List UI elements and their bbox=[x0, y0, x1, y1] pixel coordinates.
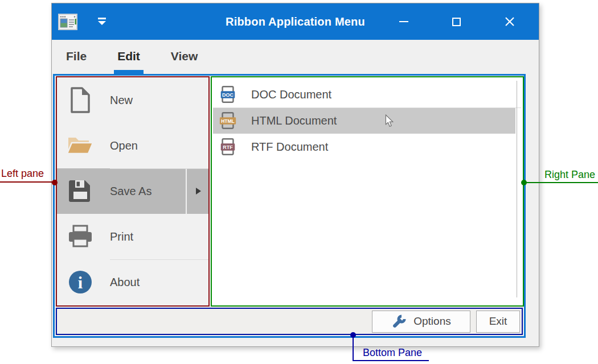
options-button[interactable]: Options bbox=[372, 311, 470, 333]
submenu-divider bbox=[186, 168, 187, 214]
submenu-item-label: HTML Document bbox=[251, 114, 337, 127]
maximize-button[interactable] bbox=[443, 3, 470, 40]
menu-item-label: Open bbox=[110, 139, 138, 152]
maximize-icon bbox=[452, 18, 461, 26]
menu-separator bbox=[110, 259, 208, 260]
minimize-icon bbox=[399, 21, 408, 22]
right-pane-annotation-dot bbox=[521, 180, 527, 185]
menu-item-new[interactable]: New bbox=[57, 77, 208, 123]
close-icon bbox=[505, 16, 515, 27]
submenu-item-html[interactable]: HTML HTML Document bbox=[213, 107, 515, 134]
svg-text:RTF: RTF bbox=[223, 144, 233, 150]
close-button[interactable] bbox=[496, 3, 523, 40]
submenu-list: DOC DOC Document HTML bbox=[213, 81, 515, 160]
scrollbar[interactable] bbox=[517, 81, 517, 297]
bottom-pane-annotation-line bbox=[353, 335, 354, 361]
ribbon-tab-row: File Edit View bbox=[52, 40, 539, 74]
bottom-pane-annotation-label: Bottom Pane bbox=[363, 347, 422, 359]
menu-item-label: Print bbox=[110, 230, 133, 243]
submenu-item-rtf[interactable]: RTF RTF Document bbox=[213, 134, 515, 160]
open-folder-icon bbox=[66, 134, 95, 157]
left-pane-annotation-label: Left pane bbox=[1, 168, 44, 180]
menu-item-print[interactable]: Print bbox=[57, 214, 208, 259]
menu-item-about[interactable]: i About bbox=[57, 259, 208, 305]
left-pane: New Open bbox=[56, 76, 210, 307]
menu-item-label: About bbox=[110, 276, 140, 289]
info-icon: i bbox=[66, 270, 95, 295]
rtf-file-icon: RTF bbox=[218, 138, 237, 156]
list-separator bbox=[213, 107, 521, 108]
save-floppy-icon bbox=[66, 179, 95, 204]
application-window: Ribbon Application Menu File Edit View bbox=[51, 3, 539, 347]
menu-item-open[interactable]: Open bbox=[57, 123, 208, 168]
minimize-button[interactable] bbox=[390, 3, 417, 40]
screen: { "titlebar": { "title": "Ribbon Applica… bbox=[0, 0, 598, 364]
left-pane-annotation-dot bbox=[52, 180, 58, 185]
submenu-arrow-icon bbox=[196, 188, 201, 195]
doc-file-icon: DOC bbox=[218, 85, 237, 104]
svg-text:DOC: DOC bbox=[222, 92, 234, 97]
bottom-pane-annotation-underline bbox=[353, 360, 429, 361]
exit-button-label: Exit bbox=[489, 315, 507, 328]
options-button-label: Options bbox=[413, 315, 450, 328]
left-pane-annotation-line bbox=[0, 181, 55, 183]
svg-text:i: i bbox=[78, 273, 83, 292]
menu-separator bbox=[110, 168, 208, 169]
application-menu-popup: New Open bbox=[53, 74, 526, 338]
right-pane-annotation-line bbox=[524, 182, 598, 183]
new-document-icon bbox=[66, 86, 95, 114]
html-file-icon: HTML bbox=[218, 111, 237, 130]
tab-edit[interactable]: Edit bbox=[117, 40, 140, 74]
submenu-item-doc[interactable]: DOC DOC Document bbox=[213, 81, 515, 107]
right-pane-annotation-label: Right Pane bbox=[544, 169, 595, 181]
submenu-item-label: DOC Document bbox=[251, 88, 331, 101]
bottom-pane: Options Exit bbox=[56, 308, 523, 335]
menu-item-label: Save As bbox=[110, 185, 151, 198]
svg-text:HTML: HTML bbox=[221, 118, 235, 123]
exit-button[interactable]: Exit bbox=[476, 311, 520, 333]
right-pane: DOC DOC Document HTML bbox=[211, 76, 524, 307]
tab-file[interactable]: File bbox=[66, 40, 87, 74]
printer-icon bbox=[66, 225, 95, 249]
menu-item-save-as[interactable]: Save As bbox=[57, 168, 208, 214]
wrench-icon bbox=[391, 314, 407, 329]
submenu-item-label: RTF Document bbox=[251, 140, 328, 154]
tab-view[interactable]: View bbox=[171, 40, 198, 74]
titlebar: Ribbon Application Menu bbox=[52, 3, 539, 40]
menu-item-label: New bbox=[110, 94, 133, 107]
mouse-cursor-icon bbox=[385, 114, 394, 127]
